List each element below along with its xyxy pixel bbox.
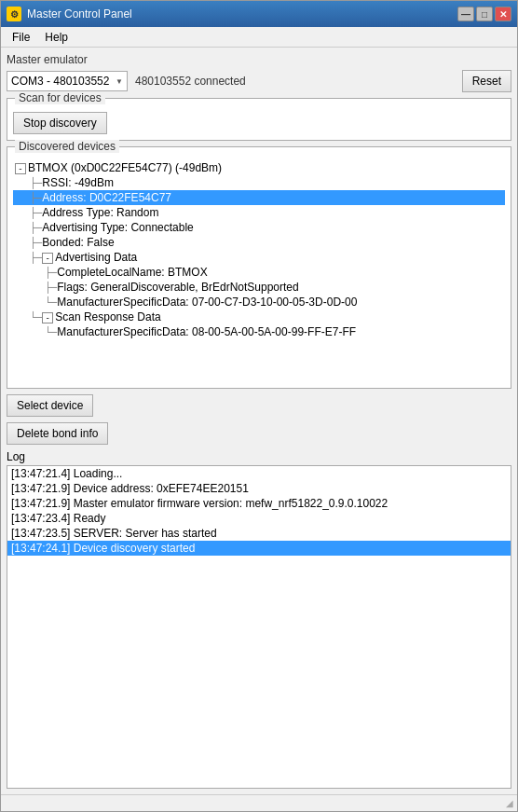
maximize-button[interactable]: □ — [476, 7, 493, 21]
log-label: Log — [7, 450, 511, 463]
app-icon: ⚙ — [7, 7, 21, 21]
menu-help[interactable]: Help — [37, 29, 75, 46]
tree-connector: ├─ — [45, 282, 57, 294]
expand-icon[interactable]: - — [42, 253, 53, 264]
tree-item[interactable]: ├─ CompleteLocalName: BTMOX — [13, 265, 505, 280]
stop-discovery-button[interactable]: Stop discovery — [13, 112, 107, 134]
tree-item[interactable]: ├─ Address Type: Random — [13, 205, 505, 220]
status-bar: ◢ — [1, 794, 517, 811]
log-entry[interactable]: [13:47:24.1] Device discovery started — [7, 541, 511, 556]
tree-item[interactable]: └─ ManufacturerSpecificData: 08-00-5A-00… — [13, 324, 505, 339]
log-box[interactable]: [13:47:21.4] Loading...[13:47:21.9] Devi… — [7, 465, 511, 789]
tree-connector: ├─ — [30, 237, 42, 249]
log-entry[interactable]: [13:47:23.5] SERVER: Server has started — [7, 526, 511, 541]
minimize-button[interactable]: — — [457, 7, 474, 21]
select-device-button[interactable]: Select device — [7, 394, 93, 417]
tree-item[interactable]: └─ ManufacturerSpecificData: 07-00-C7-D3… — [13, 295, 505, 310]
tree-item[interactable]: └─ -Scan Response Data — [13, 310, 505, 324]
tree-connector: ├─ — [30, 192, 42, 204]
scan-group-label: Scan for devices — [15, 91, 105, 104]
tree-item[interactable]: ├─ Flags: GeneralDiscoverable, BrEdrNotS… — [13, 280, 505, 295]
tree-connector: ├─ — [30, 207, 42, 219]
scan-group: Scan for devices Stop discovery — [7, 98, 511, 141]
main-content: Master emulator COM3 - 480103552 ▼ 48010… — [1, 48, 517, 794]
log-entry[interactable]: [13:47:23.4] Ready — [7, 511, 511, 526]
master-emulator-row: COM3 - 480103552 ▼ 480103552 connected R… — [7, 70, 511, 92]
tree-connector: ├─ — [30, 177, 42, 189]
resize-icon: ◢ — [506, 798, 513, 808]
device-buttons-row: Select device — [7, 394, 511, 417]
delete-bond-button[interactable]: Delete bond info — [7, 422, 108, 445]
window-title: Master Control Panel — [27, 7, 132, 21]
close-button[interactable]: ✕ — [495, 7, 511, 21]
tree-connector: └─ — [30, 311, 42, 323]
tree-item[interactable]: -BTMOX (0xD0C22FE54C77) (-49dBm) — [13, 160, 505, 175]
log-entry[interactable]: [13:47:21.9] Master emulator firmware ve… — [7, 496, 511, 511]
window-controls: — □ ✕ — [457, 7, 511, 21]
device-tree[interactable]: -BTMOX (0xD0C22FE54C77) (-49dBm)├─ RSSI:… — [13, 160, 505, 382]
main-window: ⚙ Master Control Panel — □ ✕ File Help M… — [0, 0, 518, 812]
tree-connector: ├─ — [45, 267, 57, 279]
tree-connector: └─ — [45, 296, 57, 309]
bond-buttons-row: Delete bond info — [7, 422, 511, 445]
master-emulator-label: Master emulator — [7, 53, 511, 66]
log-entry[interactable]: [13:47:21.4] Loading... — [7, 466, 511, 481]
reset-button[interactable]: Reset — [462, 70, 511, 92]
tree-item[interactable]: ├─ Bonded: False — [13, 235, 505, 250]
expand-icon[interactable]: - — [42, 312, 53, 323]
log-section: Log [13:47:21.4] Loading...[13:47:21.9] … — [7, 450, 511, 789]
menu-bar: File Help — [1, 27, 517, 48]
tree-item[interactable]: ├─ RSSI: -49dBm — [13, 175, 505, 190]
com-port-dropdown[interactable]: COM3 - 480103552 ▼ — [7, 71, 128, 91]
discovered-devices-label: Discovered devices — [15, 140, 119, 153]
tree-connector: ├─ — [30, 222, 42, 234]
tree-item[interactable]: ├─ Address: D0C22FE54C77 — [13, 190, 505, 205]
discovered-devices-group: Discovered devices -BTMOX (0xD0C22FE54C7… — [7, 146, 511, 389]
title-bar-left: ⚙ Master Control Panel — [7, 7, 132, 21]
master-emulator-section: Master emulator COM3 - 480103552 ▼ 48010… — [7, 53, 511, 92]
tree-item[interactable]: ├─ -Advertising Data — [13, 250, 505, 265]
tree-connector: └─ — [45, 326, 57, 338]
title-bar: ⚙ Master Control Panel — □ ✕ — [1, 1, 517, 27]
tree-item[interactable]: ├─ Advertising Type: Connectable — [13, 220, 505, 235]
dropdown-value: COM3 - 480103552 — [11, 75, 109, 88]
connection-status: 480103552 connected — [135, 75, 455, 88]
expand-icon[interactable]: - — [15, 163, 26, 174]
menu-file[interactable]: File — [5, 29, 37, 46]
log-entry[interactable]: [13:47:21.9] Device address: 0xEFE74EE20… — [7, 481, 511, 496]
tree-connector: ├─ — [30, 252, 42, 264]
chevron-down-icon: ▼ — [116, 77, 123, 86]
